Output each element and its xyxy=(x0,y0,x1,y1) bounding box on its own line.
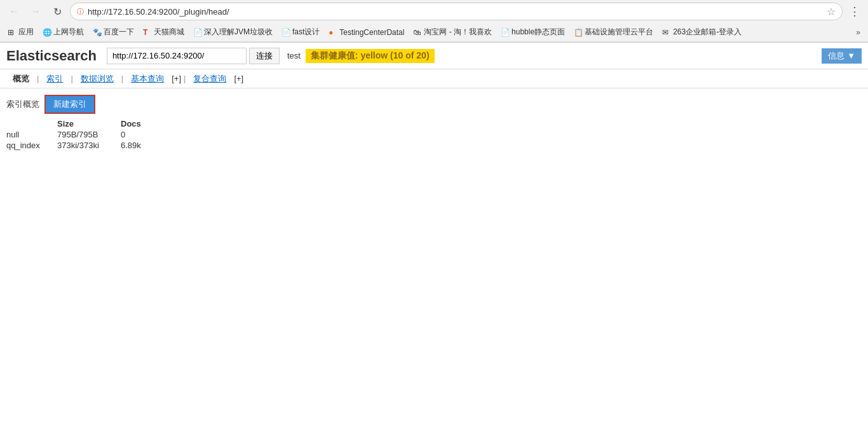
taobao-icon: 🛍 xyxy=(413,28,422,37)
new-index-button[interactable]: 新建索引 xyxy=(44,95,95,114)
index-size-qq: 373ki/373ki xyxy=(57,141,121,150)
cluster-name: test xyxy=(287,51,301,60)
forward-button[interactable]: → xyxy=(27,3,44,20)
security-icon: ⓘ xyxy=(77,7,84,17)
bookmark-nav[interactable]: 🌐 上网导航 xyxy=(39,25,88,39)
bookmark-testing[interactable]: ● TestingCenterDatal xyxy=(325,26,408,39)
index-size-null: 795B/795B xyxy=(57,130,121,139)
cluster-status: 集群健康值: yellow (10 of 20) xyxy=(306,49,435,63)
info-button[interactable]: 信息 ▼ xyxy=(822,48,862,64)
bookmark-263-label: 263企业邮箱-登录入 xyxy=(673,27,742,38)
col-size-header: Size xyxy=(57,119,121,128)
bookmark-nav-label: 上网导航 xyxy=(53,27,84,38)
bookmark-baidu-label: 百度一下 xyxy=(104,27,134,38)
bookmark-fast-label: fast设计 xyxy=(292,27,320,38)
bookmark-apps-label: 应用 xyxy=(18,27,34,38)
fast-icon: 📄 xyxy=(281,28,290,37)
bookmark-jvm-label: 深入理解JVM垃圾收 xyxy=(204,27,273,38)
bookmark-star-icon[interactable]: ☆ xyxy=(827,6,836,18)
index-table-header: Size Docs xyxy=(6,119,862,128)
bookmark-263[interactable]: ✉ 263企业邮箱-登录入 xyxy=(658,25,745,39)
bookmark-testing-label: TestingCenterDatal xyxy=(339,28,404,37)
address-bar[interactable]: ⓘ http://172.16.50.24:9200/_plugin/head/… xyxy=(70,3,843,20)
app-header: Elasticsearch 连接 test 集群健康值: yellow (10 … xyxy=(0,43,868,69)
hubble-icon: 📄 xyxy=(501,28,510,37)
url-input[interactable] xyxy=(107,48,247,64)
refresh-button[interactable]: ↻ xyxy=(48,3,66,20)
section-header: 索引概览 新建索引 xyxy=(6,95,862,114)
index-name-null: null xyxy=(6,130,57,139)
tmall-icon: T xyxy=(143,28,152,37)
tab-compound-query[interactable]: 复合查询 xyxy=(187,70,233,88)
bookmark-jvm[interactable]: 📄 深入理解JVM垃圾收 xyxy=(189,25,276,39)
table-row: null 795B/795B 0 xyxy=(6,130,862,139)
bookmark-infra[interactable]: 📋 基础设施管理云平台 xyxy=(570,25,657,39)
bookmark-hubble[interactable]: 📄 hubble静态页面 xyxy=(497,25,569,39)
tab-data-browse[interactable]: 数据浏览 xyxy=(74,70,120,88)
section-title-text: 索引概览 xyxy=(6,99,39,110)
index-table: Size Docs null 795B/795B 0 qq_index 373k… xyxy=(6,119,862,150)
bookmark-infra-label: 基础设施管理云平台 xyxy=(585,27,653,38)
mail-icon: ✉ xyxy=(662,28,671,37)
bookmark-tmall-label: 天猫商城 xyxy=(154,27,184,38)
bookmarks-bar: ⊞ 应用 🌐 上网导航 🐾 百度一下 T 天猫商城 📄 深入理解JVM垃圾收 📄… xyxy=(0,23,868,42)
nav-icon: 🌐 xyxy=(43,28,51,37)
browser-menu-icon[interactable]: ⋮ xyxy=(846,2,863,21)
info-dropdown-icon: ▼ xyxy=(847,51,855,60)
info-label: 信息 xyxy=(828,50,844,62)
bookmark-taobao-label: 淘宝网 - 淘！我喜欢 xyxy=(424,27,492,38)
col-name-header xyxy=(6,119,57,128)
index-docs-qq: 6.89k xyxy=(121,141,184,150)
jvm-icon: 📄 xyxy=(193,28,202,37)
bookmark-tmall[interactable]: T 天猫商城 xyxy=(139,25,188,39)
bookmark-taobao[interactable]: 🛍 淘宝网 - 淘！我喜欢 xyxy=(409,25,496,39)
nav-tabs: 概览 | 索引 | 数据浏览 | 基本查询 [+] | 复合查询 [+] xyxy=(0,69,868,88)
infra-icon: 📋 xyxy=(574,28,583,37)
bookmark-baidu[interactable]: 🐾 百度一下 xyxy=(89,25,138,39)
address-text: http://172.16.50.24:9200/_plugin/head/ xyxy=(88,7,823,17)
bookmark-fast[interactable]: 📄 fast设计 xyxy=(278,25,323,39)
bookmarks-more[interactable]: » xyxy=(852,26,864,39)
connect-button[interactable]: 连接 xyxy=(249,48,280,64)
back-button[interactable]: ← xyxy=(5,3,23,20)
tab-overview[interactable]: 概览 xyxy=(6,70,36,88)
index-docs-null: 0 xyxy=(121,130,184,139)
compound-query-plus[interactable]: [+] xyxy=(233,74,245,83)
app-title: Elasticsearch xyxy=(6,48,97,64)
baidu-icon: 🐾 xyxy=(93,28,102,37)
col-docs-header: Docs xyxy=(121,119,184,128)
testing-icon: ● xyxy=(329,28,337,37)
tab-basic-query[interactable]: 基本查询 xyxy=(125,70,170,88)
tab-indices[interactable]: 索引 xyxy=(40,70,69,88)
bookmark-apps[interactable]: ⊞ 应用 xyxy=(4,25,37,39)
bookmark-hubble-label: hubble静态页面 xyxy=(512,27,565,38)
content-area: 索引概览 新建索引 Size Docs null 795B/795B 0 qq_… xyxy=(0,88,868,158)
apps-icon: ⊞ xyxy=(8,28,17,37)
index-name-qq: qq_index xyxy=(6,141,57,150)
table-row: qq_index 373ki/373ki 6.89k xyxy=(6,141,862,150)
basic-query-plus[interactable]: [+] xyxy=(170,74,182,83)
